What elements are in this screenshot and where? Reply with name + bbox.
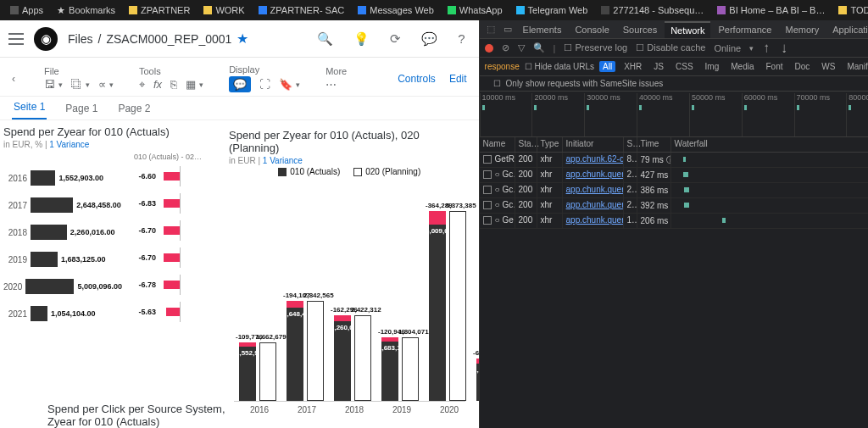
upload-icon[interactable]: ⭡ <box>762 43 771 53</box>
filter-xhr[interactable]: XHR <box>620 61 645 72</box>
app-panel: ◉ Files / ZSACM000_REP_0001 ★ 🔍 💡 ⟳ 💬 ? … <box>0 20 480 428</box>
chart2: Spend per Zyear for 010 (Actuals), 020 (… <box>229 129 470 400</box>
inspect-icon[interactable]: ⬚ <box>483 24 498 35</box>
network-table-body: GetR…200xhrapp.chunk.62-ci…8…79 ms ⓘ○ Gc… <box>480 153 868 229</box>
filter-media[interactable]: Media <box>727 61 757 72</box>
variance-link[interactable]: 1 Variance <box>263 156 303 165</box>
avatar[interactable]: ◉ <box>34 27 58 51</box>
chart1-plot: 010 (Actuals) - 02… -6.60-6.83-6.70-6.70… <box>3 149 215 327</box>
chart1-subtitle: in EUR, % | 1 Variance <box>3 140 220 149</box>
dt-tab-application[interactable]: Application <box>826 22 868 37</box>
page-tabs: Seite 1 Page 1 Page 2 <box>0 97 479 120</box>
help-icon[interactable]: ? <box>453 31 470 46</box>
chart2-legend: 010 (Actuals) 020 (Planning) <box>229 167 470 176</box>
download-icon[interactable]: ⭣ <box>780 43 789 53</box>
chart2-plot: -109,7761,552,9031,662,6792016-194,1072,… <box>234 181 465 402</box>
tab-seite1[interactable]: Seite 1 <box>12 96 47 120</box>
samesite-filter[interactable]: Only show requests with SameSite issues <box>506 79 664 88</box>
menu-file-label: File <box>44 66 114 76</box>
app-header: ◉ Files / ZSACM000_REP_0001 ★ 🔍 💡 ⟳ 💬 ? <box>0 20 479 58</box>
dt-tab-sources[interactable]: Sources <box>617 22 663 37</box>
save-icon[interactable]: 🖫 <box>44 78 55 91</box>
menu-display-label: Display <box>229 64 300 75</box>
breadcrumb-file[interactable]: ZSACM000_REP_0001 <box>106 32 231 46</box>
filter-js[interactable]: JS <box>650 61 667 72</box>
comment-mode-icon[interactable]: 💬 <box>229 76 251 92</box>
search-icon[interactable]: 🔍 <box>533 42 545 53</box>
variance-link[interactable]: 1 Variance <box>49 140 89 149</box>
toolbar: ‹ File 🖫▾ ⿻▾ ∝▾ Tools ⌖ fx ⎘ ▦▾ Di <box>0 58 479 97</box>
bookmark-item[interactable]: BI Home – BA BI – B… <box>712 5 830 15</box>
device-icon[interactable]: ▭ <box>500 24 515 35</box>
dt-tab-console[interactable]: Console <box>569 22 615 37</box>
dt-tab-memory[interactable]: Memory <box>779 22 825 37</box>
network-timeline[interactable]: 10000 ms20000 ms30000 ms40000 ms50000 ms… <box>480 92 868 137</box>
breadcrumb-root[interactable]: Files <box>68 32 93 46</box>
copy-icon[interactable]: ⿻ <box>71 78 82 91</box>
tab-page2[interactable]: Page 2 <box>116 97 152 120</box>
devtools-filter-row: response ☐ Hide data URLs All XHR JS CSS… <box>480 58 868 76</box>
search-icon[interactable]: 🔍 <box>312 31 338 47</box>
filter-ws[interactable]: WS <box>818 61 838 72</box>
grid-icon[interactable]: ▦ <box>186 78 196 91</box>
bookmark-item[interactable]: Telegram Web <box>511 5 593 15</box>
devtools-tabs: ⬚ ▭ Elements Console Sources Network Per… <box>480 20 868 39</box>
bookmark-item[interactable]: WhatsApp <box>442 5 508 15</box>
back-icon[interactable]: ‹ <box>12 73 19 85</box>
discuss-icon[interactable]: 💬 <box>416 31 442 47</box>
filter-font[interactable]: Font <box>762 61 786 72</box>
chart1-title: Spend per Zyear for 010 (Actuals) <box>3 125 220 138</box>
insight-icon[interactable]: 💡 <box>348 31 375 47</box>
bookmark-apps[interactable]: Apps <box>5 5 48 15</box>
link-icon[interactable]: ⎘ <box>170 78 177 91</box>
chart2-title: Spend per Zyear for 010 (Actuals), 020 (… <box>229 129 470 154</box>
fx-icon[interactable]: fx <box>153 78 162 91</box>
edit-link[interactable]: Edit <box>449 73 467 85</box>
bookmark-view-icon[interactable]: 🔖 <box>279 78 292 91</box>
more-icon[interactable]: ⋯ <box>326 78 337 91</box>
bookmark-item[interactable]: 2772148 - Subsequ… <box>596 5 709 15</box>
filter-manifest[interactable]: Manifest <box>843 61 868 72</box>
bookmark-item[interactable]: ZPARTNER- SAC <box>253 5 350 15</box>
throttle-select[interactable]: Online <box>714 43 741 53</box>
tab-page1[interactable]: Page 1 <box>64 97 99 120</box>
devtools-toolbar: ⊘ ▽ 🔍 | ☐ Preserve log ☐ Disable cache O… <box>480 39 868 58</box>
filter-css[interactable]: CSS <box>672 61 697 72</box>
network-row[interactable]: ○ Ge…200xhrapp.chunk.quer…1…206 ms ⓘ <box>480 214 868 229</box>
bookmark-item[interactable]: TODO <box>833 5 868 15</box>
network-row[interactable]: ○ Gc…200xhrapp.chunk.quer…2…392 ms ⓘ <box>480 198 868 214</box>
bookmark-item[interactable]: WORK <box>198 5 249 15</box>
bookmark-item[interactable]: Messages Web <box>353 5 439 15</box>
chart2-subtitle: in EUR | 1 Variance <box>229 156 470 165</box>
clear-icon[interactable]: ⊘ <box>502 42 509 53</box>
dt-tab-network[interactable]: Network <box>665 21 710 38</box>
filter-all[interactable]: All <box>599 61 615 72</box>
fullscreen-icon[interactable]: ⛶ <box>259 78 270 91</box>
prompt-icon[interactable]: ⌖ <box>139 78 145 92</box>
bookmark-item[interactable]: ★ Bookmarks <box>52 5 120 16</box>
filter-icon[interactable]: ▽ <box>518 42 525 53</box>
controls-link[interactable]: Controls <box>398 73 436 85</box>
record-icon[interactable] <box>485 44 493 53</box>
menu-icon[interactable] <box>8 33 24 45</box>
network-table-header: Name Sta… Type Initiator S… Time Waterfa… <box>480 137 868 153</box>
bookmark-item[interactable]: ZPARTNER <box>124 5 195 15</box>
network-row[interactable]: ○ Gc…200xhrapp.chunk.quer…2…427 ms ⓘ <box>480 168 868 183</box>
breadcrumb: Files / ZSACM000_REP_0001 ★ <box>68 31 248 47</box>
filter-img[interactable]: Img <box>702 61 723 72</box>
filter-doc[interactable]: Doc <box>792 61 814 72</box>
favorite-star-icon[interactable]: ★ <box>236 31 248 47</box>
devtools-panel: ⬚ ▭ Elements Console Sources Network Per… <box>480 20 868 428</box>
browser-bookmark-bar: Apps ★ Bookmarks ZPARTNER WORK ZPARTNER-… <box>0 0 868 20</box>
network-row[interactable]: ○ Gc…200xhrapp.chunk.quer…2…386 ms ⓘ <box>480 183 868 198</box>
chart3-title: Spend per Click per Source System, Zyear… <box>47 403 234 428</box>
menu-more-label: More <box>326 66 347 76</box>
refresh-icon[interactable]: ⟳ <box>385 31 406 47</box>
share-icon[interactable]: ∝ <box>98 78 106 91</box>
network-row[interactable]: GetR…200xhrapp.chunk.62-ci…8…79 ms ⓘ <box>480 153 868 168</box>
dt-tab-elements[interactable]: Elements <box>517 22 568 37</box>
filter-input[interactable]: response <box>485 62 520 71</box>
dt-tab-performance[interactable]: Performance <box>712 22 777 37</box>
menu-tools-label: Tools <box>139 66 203 76</box>
